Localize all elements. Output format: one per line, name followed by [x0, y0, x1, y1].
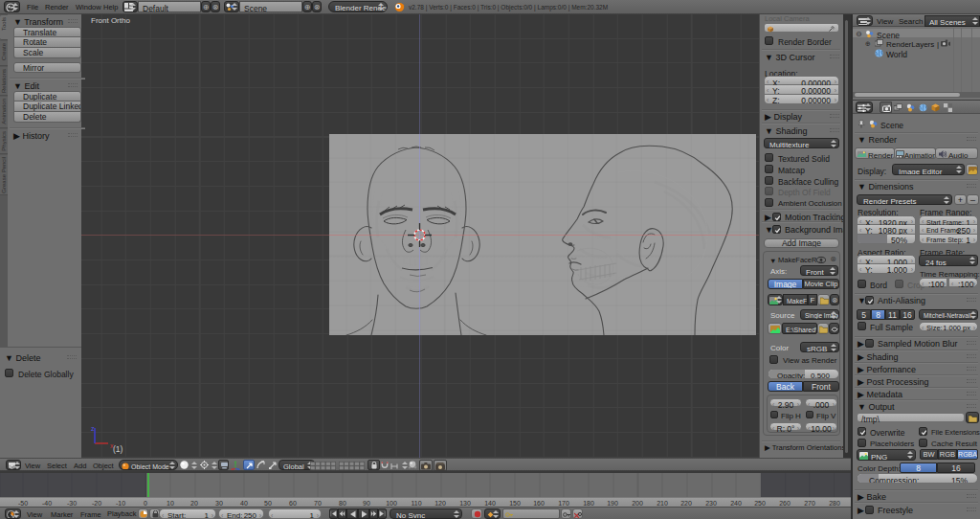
- svg-text:z: z: [91, 425, 95, 432]
- svg-text:x: x: [110, 442, 114, 449]
